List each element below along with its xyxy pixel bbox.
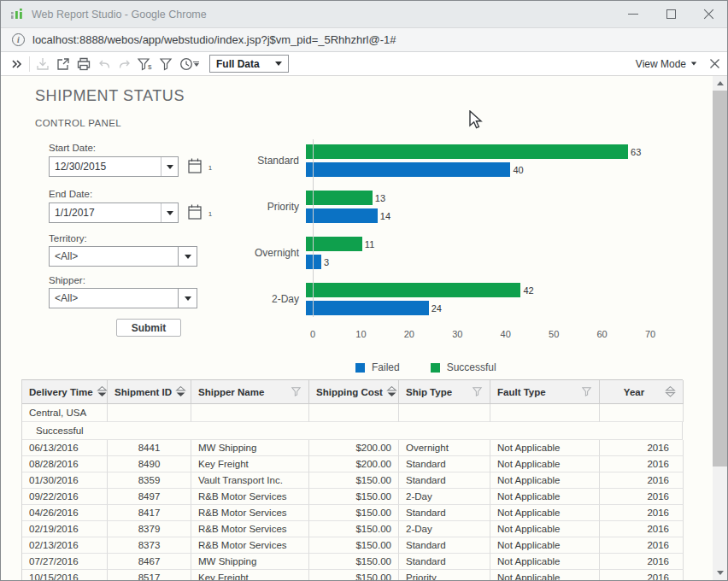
column-header-ship-type[interactable]: Ship Type	[399, 380, 490, 404]
territory-select[interactable]: <All>	[49, 246, 197, 267]
table-row[interactable]: 10/15/20168517Key Freight$150.00Priority…	[22, 570, 683, 580]
column-header-year[interactable]: Year	[600, 380, 684, 404]
table-cell: Priority	[399, 570, 490, 580]
close-window-button[interactable]	[690, 1, 727, 27]
bar-successful-2-day[interactable]	[306, 283, 520, 297]
x-axis-tick-label: 40	[501, 329, 511, 339]
address-bar[interactable]: i localhost:8888/webos/app/webstudio/ind…	[1, 28, 727, 52]
table-row[interactable]: 07/27/20168467MW Shipping$150.00Standard…	[22, 554, 683, 570]
scroll-up-icon	[717, 81, 724, 85]
window-titlebar[interactable]: Web Report Studio - Google Chrome	[1, 1, 727, 28]
column-header-delivery-time[interactable]: Delivery Time	[22, 380, 108, 404]
filter-icon[interactable]	[581, 386, 592, 397]
table-cell: Standard	[399, 456, 490, 472]
table-row[interactable]: 01/30/20168359Vault Transport Inc.$150.0…	[22, 472, 683, 489]
bar-failed-priority[interactable]	[306, 208, 378, 223]
table-row[interactable]: 08/28/20168490Key Freight$200.00Standard…	[22, 456, 683, 472]
download-button[interactable]	[32, 55, 53, 73]
sort-icon[interactable]	[175, 386, 186, 397]
filter-currency-icon: $	[137, 56, 154, 72]
table-cell: $150.00	[309, 521, 399, 537]
table-cell: 8441	[108, 440, 191, 456]
calendar-day-glyph: 1	[203, 210, 218, 218]
bar-successful-priority[interactable]	[306, 191, 373, 205]
redo-button[interactable]	[114, 55, 135, 73]
bar-successful-overnight[interactable]	[306, 237, 362, 251]
data-mode-dropdown[interactable]: Full Data	[209, 55, 289, 73]
column-header-shipping-cost[interactable]: Shipping Cost	[309, 380, 399, 404]
column-header-fault-type[interactable]: Fault Type	[490, 380, 600, 404]
view-mode-menu[interactable]: View Mode	[636, 58, 697, 70]
sort-icon[interactable]	[97, 386, 108, 397]
table-row[interactable]: 02/19/20168379R&B Motor Services$150.002…	[22, 521, 683, 537]
table-cell: Standard	[399, 505, 490, 521]
scroll-down-button[interactable]	[713, 566, 727, 580]
shipper-select[interactable]: <All>	[49, 288, 197, 308]
print-icon	[76, 56, 91, 72]
table-cell: Standard	[399, 554, 490, 570]
territory-dropdown-button[interactable]	[179, 246, 197, 267]
url-text[interactable]: localhost:8888/webos/app/webstudio/index…	[32, 33, 396, 46]
download-icon	[35, 56, 50, 72]
submit-button[interactable]: Submit	[116, 319, 181, 337]
shipment-table: Delivery TimeShipment IDShipper NameShip…	[21, 379, 683, 580]
start-date-input[interactable]: 12/30/2015	[49, 156, 179, 177]
toolbar-options-button[interactable]	[193, 62, 199, 67]
table-row[interactable]: 02/13/20168373R&B Motor Services$150.00S…	[22, 537, 683, 554]
start-date-calendar-button[interactable]: 1	[187, 157, 203, 175]
table-subgroup-row: Successful	[22, 422, 683, 440]
table-cell: $150.00	[309, 505, 399, 521]
bar-failed-standard[interactable]	[306, 162, 510, 177]
x-axis-tick-label: 30	[452, 329, 462, 339]
legend-item-failed[interactable]: Failed	[355, 361, 400, 373]
print-button[interactable]	[73, 55, 94, 73]
dropdown-arrow-icon	[167, 211, 173, 215]
table-cell: 8379	[108, 521, 191, 537]
chart-bar-row: 13	[306, 191, 664, 205]
sort-icon[interactable]	[386, 386, 397, 397]
end-date-dropdown-button[interactable]	[161, 203, 178, 222]
bar-value-label: 14	[380, 211, 390, 221]
bar-failed-2-day[interactable]	[306, 301, 429, 315]
table-cell: 8373	[108, 537, 191, 554]
start-date-label: Start Date:	[49, 143, 96, 153]
start-date-dropdown-button[interactable]	[161, 157, 178, 176]
scroll-up-button[interactable]	[713, 76, 727, 91]
shipper-dropdown-button[interactable]	[179, 288, 197, 308]
chart-legend: FailedSuccessful	[355, 361, 664, 373]
column-header-shipment-id[interactable]: Shipment ID	[108, 380, 191, 404]
chart-bars: 1314	[306, 191, 664, 223]
control-panel-heading: CONTROL PANEL	[35, 118, 121, 128]
column-header-shipper-name[interactable]: Shipper Name	[191, 380, 309, 404]
bar-successful-standard[interactable]	[306, 144, 628, 159]
site-info-icon[interactable]: i	[12, 33, 25, 46]
scrollbar-thumb[interactable]	[713, 91, 727, 467]
end-date-calendar-button[interactable]: 1	[187, 203, 203, 221]
filter-values-button[interactable]: $	[135, 55, 156, 73]
legend-item-successful[interactable]: Successful	[431, 361, 496, 373]
table-cell: R&B Motor Services	[191, 521, 309, 537]
table-cell: 2016	[600, 456, 684, 472]
table-cell: 8417	[108, 505, 191, 521]
chart-category-group: Standard6340	[254, 144, 664, 177]
table-cell: $150.00	[309, 489, 399, 505]
filter-button[interactable]	[156, 55, 176, 73]
filter-icon[interactable]	[472, 386, 483, 397]
table-row[interactable]: 06/13/20168441MW Shipping$200.00Overnigh…	[22, 440, 683, 456]
territory-label: Territory:	[49, 233, 87, 244]
maximize-button[interactable]	[652, 1, 690, 27]
undo-button[interactable]	[94, 55, 114, 73]
filter-icon[interactable]	[291, 386, 302, 397]
minimize-button[interactable]	[614, 1, 652, 27]
table-row[interactable]: 04/26/20168417R&B Motor Services$150.00S…	[22, 505, 683, 521]
table-cell: R&B Motor Services	[191, 489, 309, 505]
data-mode-value: Full Data	[216, 58, 260, 70]
close-report-button[interactable]	[709, 58, 720, 69]
end-date-input[interactable]: 1/1/2017	[49, 202, 179, 223]
expand-panel-button[interactable]	[6, 55, 26, 73]
export-button[interactable]	[53, 55, 73, 73]
table-cell: 2016	[600, 521, 684, 537]
table-row[interactable]: 09/22/20168497R&B Motor Services$150.002…	[22, 489, 683, 505]
sort-icon[interactable]	[665, 386, 676, 397]
vertical-scrollbar[interactable]	[713, 76, 727, 580]
